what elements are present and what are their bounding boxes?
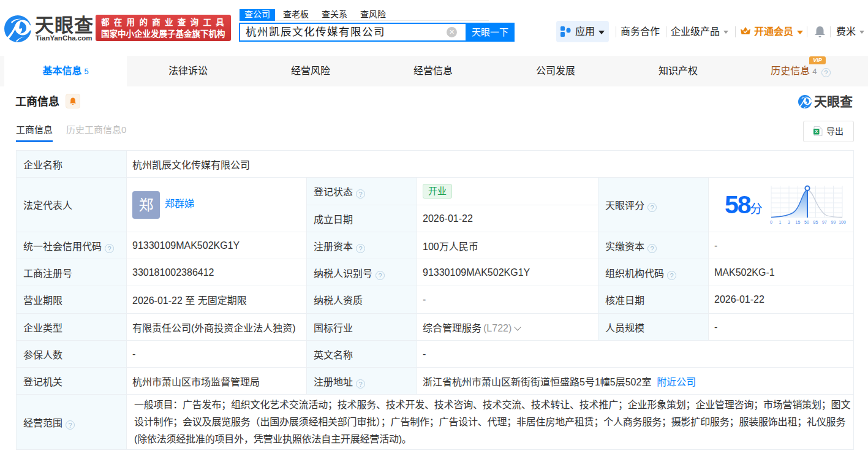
- svg-text:100: 100: [839, 220, 846, 224]
- svg-text:97: 97: [822, 220, 827, 224]
- svg-text:0: 0: [770, 220, 772, 224]
- svg-text:85: 85: [813, 220, 818, 224]
- svg-text:3: 3: [788, 220, 790, 224]
- svg-text:99: 99: [831, 220, 836, 224]
- svg-text:15: 15: [795, 220, 800, 224]
- svg-text:50: 50: [804, 220, 809, 224]
- svg-text:X: X: [815, 129, 818, 134]
- svg-text:1: 1: [779, 220, 781, 224]
